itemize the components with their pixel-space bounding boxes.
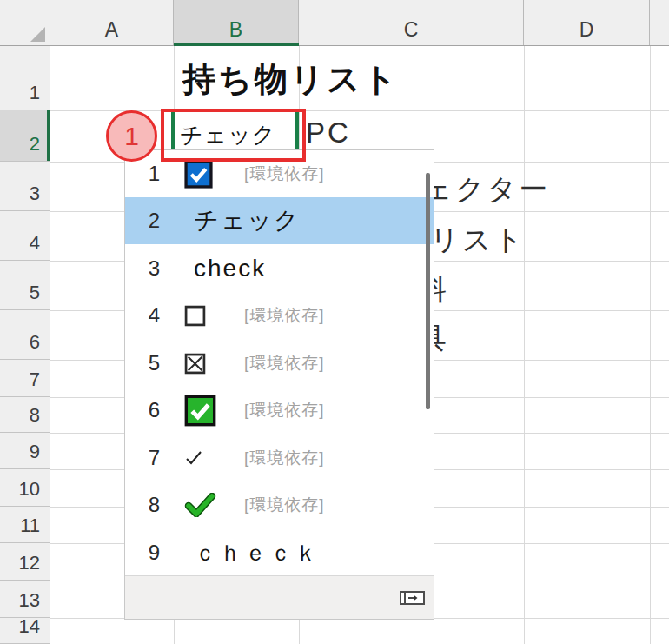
candidate-number: 8 bbox=[134, 481, 160, 528]
expand-table-view-icon[interactable] bbox=[400, 591, 425, 605]
candidate-number: 5 bbox=[134, 340, 160, 387]
checkbox-empty-icon bbox=[184, 292, 224, 339]
gridline bbox=[50, 110, 669, 111]
candidate-text: check bbox=[194, 245, 266, 292]
row-header-2[interactable]: 2 bbox=[0, 110, 50, 162]
env-dependent-label: [環境依存] bbox=[244, 340, 325, 387]
column-header-b[interactable]: B bbox=[174, 0, 299, 45]
row-header-8[interactable]: 8 bbox=[0, 397, 50, 433]
ime-candidate-2-selected[interactable]: 2 チェック bbox=[125, 197, 434, 244]
ime-candidate-5[interactable]: 5 [環境依存] bbox=[125, 340, 434, 387]
row-header-column: 1 2 3 4 5 6 7 8 9 10 11 12 13 14 bbox=[0, 46, 50, 644]
ime-candidate-footer bbox=[125, 575, 434, 619]
row-header-1[interactable]: 1 bbox=[0, 46, 50, 110]
ime-scrollbar-thumb[interactable] bbox=[426, 173, 430, 409]
candidate-number: 6 bbox=[134, 387, 160, 434]
row-header-5[interactable]: 5 bbox=[0, 261, 50, 310]
row-header-12[interactable]: 12 bbox=[0, 543, 50, 581]
candidate-number: 2 bbox=[134, 197, 160, 244]
ime-candidate-4[interactable]: 4 [環境依存] bbox=[125, 292, 434, 339]
env-dependent-label: [環境依存] bbox=[244, 292, 325, 339]
ime-candidate-window: 1 [環境依存] 2 チェック 3 check 4 [環境依存] 5 bbox=[124, 149, 434, 620]
select-all-triangle-icon bbox=[30, 27, 45, 42]
checkmark-heavy-green-icon bbox=[184, 481, 224, 528]
env-dependent-label: [環境依存] bbox=[244, 435, 325, 481]
candidate-text: ｃｈｅｃｋ bbox=[194, 529, 320, 576]
cell-c4-partial[interactable]: リスト bbox=[430, 221, 526, 260]
row-header-9[interactable]: 9 bbox=[0, 433, 50, 469]
gridline bbox=[524, 46, 525, 644]
checkmark-light-icon bbox=[184, 435, 224, 481]
cell-b1-title[interactable]: 持ち物リスト bbox=[182, 57, 400, 102]
env-dependent-label: [環境依存] bbox=[244, 481, 325, 528]
candidate-text: チェック bbox=[194, 197, 301, 244]
checkbox-green-checked-icon bbox=[184, 387, 224, 434]
select-all-corner[interactable] bbox=[0, 0, 50, 45]
ime-candidate-7[interactable]: 7 [環境依存] bbox=[125, 435, 434, 481]
gridline bbox=[650, 46, 651, 644]
row-header-6[interactable]: 6 bbox=[0, 310, 50, 360]
column-header-d[interactable]: D bbox=[524, 0, 650, 45]
candidate-number: 3 bbox=[134, 245, 160, 292]
column-header-band: A B C D bbox=[0, 0, 669, 46]
ime-candidate-8[interactable]: 8 [環境依存] bbox=[125, 481, 434, 528]
column-header-c[interactable]: C bbox=[299, 0, 524, 45]
excel-spreadsheet: A B C D 1 2 3 4 5 6 7 8 9 10 11 12 13 14… bbox=[0, 0, 669, 644]
candidate-number: 9 bbox=[134, 529, 160, 576]
column-header-a[interactable]: A bbox=[50, 0, 174, 45]
row-header-14[interactable]: 14 bbox=[0, 618, 50, 644]
ime-candidate-3[interactable]: 3 check bbox=[125, 245, 434, 292]
selected-column-underline bbox=[174, 43, 299, 46]
cell-c3-partial[interactable]: ェクター bbox=[423, 170, 550, 209]
env-dependent-label: [環境依存] bbox=[244, 387, 325, 434]
checkbox-crossed-icon bbox=[184, 340, 224, 387]
row-header-13[interactable]: 13 bbox=[0, 581, 50, 618]
row-header-11[interactable]: 11 bbox=[0, 507, 50, 543]
candidate-number: 4 bbox=[134, 292, 160, 339]
callout-highlight-box bbox=[161, 109, 306, 162]
row-header-4[interactable]: 4 bbox=[0, 211, 50, 261]
candidate-number: 7 bbox=[134, 435, 160, 481]
ime-candidate-6[interactable]: 6 [環境依存] bbox=[125, 387, 434, 434]
cell-c2[interactable]: PC bbox=[306, 116, 351, 149]
callout-step-badge: 1 bbox=[106, 110, 157, 162]
row-header-3[interactable]: 3 bbox=[0, 162, 50, 211]
ime-candidate-9[interactable]: 9 ｃｈｅｃｋ bbox=[125, 529, 434, 576]
row-header-10[interactable]: 10 bbox=[0, 469, 50, 507]
row-header-7[interactable]: 7 bbox=[0, 360, 50, 397]
